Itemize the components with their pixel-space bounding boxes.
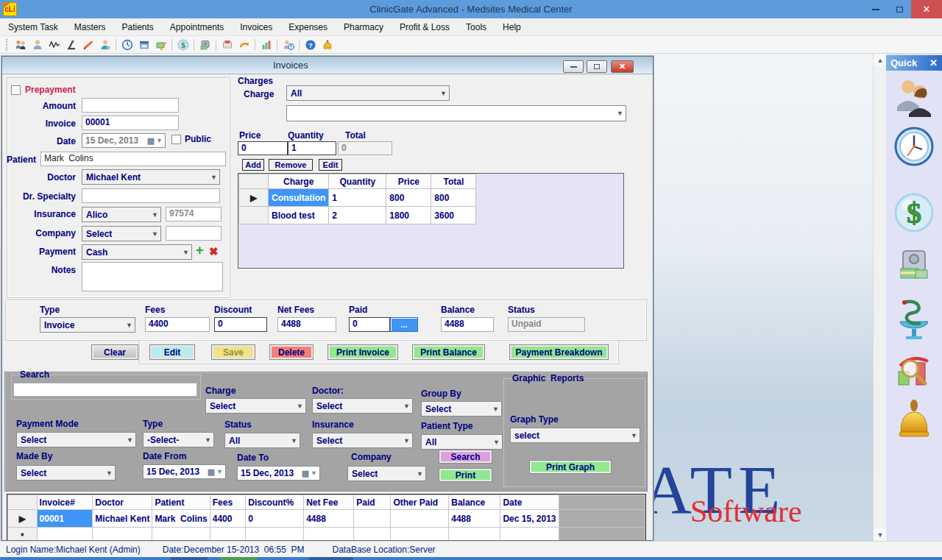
charge-select-combo[interactable]: ▼ <box>286 105 626 121</box>
charge-row[interactable]: ▶ Consultation 1 800 800 <box>239 189 476 207</box>
quick-reports-icon[interactable] <box>894 352 934 391</box>
print-graph-button[interactable]: Print Graph <box>529 460 612 474</box>
quick-reminder-bell-icon[interactable] <box>896 400 932 442</box>
search-status-combo[interactable]: All ▼ <box>224 433 300 448</box>
net-fees-field[interactable]: 4488 <box>277 317 336 332</box>
paid-field[interactable]: 0 <box>349 317 390 332</box>
search-button[interactable]: Search <box>439 450 492 464</box>
cash-drawer-icon[interactable] <box>219 38 236 52</box>
cell-total[interactable]: 800 <box>431 189 476 207</box>
cell-patient[interactable]: Mark Colins <box>152 510 210 528</box>
search-company-combo[interactable]: Select ▼ <box>347 466 426 481</box>
print-button[interactable]: Print <box>439 468 492 482</box>
cell-charge[interactable]: Consultation <box>269 189 329 207</box>
restore-button[interactable] <box>888 0 911 18</box>
remove-charge-button[interactable]: Remove <box>269 159 313 171</box>
invoice-row[interactable]: ▶ 00001 Michael Kent Mark Colins 4400 0 … <box>8 510 645 528</box>
close-button[interactable]: ✕ <box>911 0 942 18</box>
cell-paid[interactable] <box>354 510 391 528</box>
fees-field[interactable]: 4400 <box>145 317 210 332</box>
menu-system-task[interactable]: System Task <box>0 22 66 32</box>
search-insurance-combo[interactable]: Select ▼ <box>312 433 413 448</box>
prepayment-checkbox[interactable] <box>11 85 21 95</box>
menu-profit-loss[interactable]: Profit & Loss <box>392 22 458 32</box>
cell-fees[interactable]: 4400 <box>210 510 246 528</box>
price-field[interactable]: 0 <box>238 141 288 155</box>
menu-expenses[interactable]: Expenses <box>280 22 336 32</box>
public-checkbox[interactable] <box>171 135 181 144</box>
cell-total[interactable]: 3600 <box>431 207 476 224</box>
billing-dollar-icon[interactable]: $ <box>174 38 191 52</box>
type-combo[interactable]: Invoice ▼ <box>40 317 135 333</box>
quick-pharmacy-icon[interactable] <box>894 298 934 342</box>
patient-icon[interactable] <box>29 38 46 52</box>
date-to-field[interactable]: 15 Dec, 2013 ▦ ▼ <box>237 466 320 481</box>
paid-browse-button[interactable]: ... <box>390 317 418 332</box>
graph-type-combo[interactable]: select ▼ <box>510 428 640 443</box>
menu-tools[interactable]: Tools <box>458 22 495 32</box>
insurance-number-field[interactable]: 97574 <box>166 207 222 221</box>
reports-chart-icon[interactable] <box>258 38 275 52</box>
cell-quantity[interactable]: 1 <box>329 189 386 207</box>
menu-masters[interactable]: Masters <box>66 22 114 32</box>
lab-microscope-icon[interactable] <box>63 38 79 52</box>
quick-close-icon[interactable]: ✕ <box>929 57 938 68</box>
edit-charge-button[interactable]: Edit <box>319 159 342 171</box>
amount-field[interactable] <box>82 98 179 113</box>
help-icon[interactable]: ? <box>302 38 319 52</box>
charge-filter-combo[interactable]: All ▼ <box>286 85 450 101</box>
cell-invoice-no[interactable]: 00001 <box>37 510 93 528</box>
cell-discount[interactable]: 0 <box>246 510 304 528</box>
charge-row[interactable]: Blood test 2 1800 3600 <box>239 207 476 224</box>
payment-combo[interactable]: Cash ▼ <box>82 244 192 260</box>
patient-field[interactable]: Mark Colins <box>40 152 226 166</box>
notes-field[interactable] <box>82 262 223 291</box>
print-invoice-button[interactable]: Print Invoice <box>327 344 398 360</box>
menu-patients[interactable]: Patients <box>114 22 162 32</box>
menu-help[interactable]: Help <box>495 22 529 32</box>
quick-appointments-clock-icon[interactable] <box>893 126 935 167</box>
schedule-person-icon[interactable] <box>280 38 297 52</box>
menu-pharmacy[interactable]: Pharmacy <box>336 22 392 32</box>
minimize-button[interactable] <box>864 0 888 18</box>
cell-quantity[interactable]: 2 <box>329 207 386 224</box>
group-by-combo[interactable]: Select ▼ <box>421 401 502 417</box>
menu-appointments[interactable]: Appointments <box>162 22 232 32</box>
menu-invoices[interactable]: Invoices <box>232 22 280 32</box>
prescription-pen-icon[interactable] <box>79 38 96 52</box>
mdi-scrollbar[interactable]: ▲ ▼ <box>873 54 886 541</box>
dr-specialty-field[interactable] <box>82 188 220 203</box>
cell-balance[interactable]: 4488 <box>449 510 500 528</box>
cell-doctor[interactable]: Michael Kent <box>93 510 152 528</box>
delete-button[interactable]: Delete <box>269 344 314 360</box>
quick-billing-dollar-icon[interactable]: $ <box>893 192 935 233</box>
date-from-field[interactable]: 15 Dec, 2013 ▦ ▼ <box>143 464 226 479</box>
doctor-icon[interactable] <box>96 38 113 52</box>
add-charge-button[interactable]: Add <box>242 159 264 171</box>
cell-charge[interactable]: Blood test <box>269 207 329 224</box>
safe-icon[interactable] <box>196 38 213 52</box>
scroll-down-icon[interactable]: ▼ <box>874 528 887 541</box>
payment-breakdown-button[interactable]: Payment Breakdown <box>509 344 609 360</box>
scroll-up-icon[interactable]: ▲ <box>874 54 887 66</box>
company-number-field[interactable] <box>166 226 222 241</box>
appointments-clock-icon[interactable] <box>118 38 135 52</box>
cell-price[interactable]: 800 <box>386 189 431 207</box>
search-doctor-combo[interactable]: Select ▼ <box>312 398 413 414</box>
print-balance-button[interactable]: Print Balance <box>412 344 485 360</box>
balance-field[interactable]: 4488 <box>441 317 494 332</box>
expenses-money-icon[interactable] <box>152 38 169 52</box>
cell-price[interactable]: 1800 <box>386 207 431 224</box>
company-combo[interactable]: Select ▼ <box>82 226 161 241</box>
save-button[interactable]: Save <box>211 344 255 360</box>
quick-patients-icon[interactable] <box>894 77 934 117</box>
search-charge-combo[interactable]: Select ▼ <box>205 398 306 414</box>
invoices-close-button[interactable]: ✕ <box>611 60 634 73</box>
reminder-bell-icon[interactable] <box>319 38 336 52</box>
quick-cash-safe-icon[interactable] <box>896 248 932 285</box>
insurance-combo[interactable]: Alico ▼ <box>82 207 161 222</box>
edit-button[interactable]: Edit <box>149 344 195 360</box>
search-input[interactable] <box>13 383 197 397</box>
remove-payment-icon[interactable]: ✖ <box>209 245 219 258</box>
add-payment-icon[interactable]: + <box>196 243 204 258</box>
